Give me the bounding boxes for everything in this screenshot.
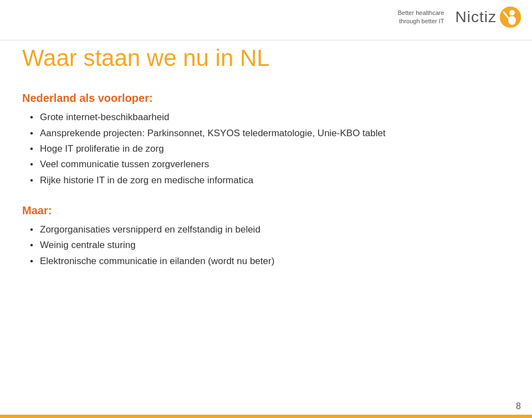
header-divider xyxy=(0,40,532,40)
list-item: Elektronische communicatie in eilanden (… xyxy=(28,254,510,269)
header-tagline: Better healthcare through better IT xyxy=(398,9,444,26)
section1: Nederland als voorloper: Grote internet-… xyxy=(22,92,510,188)
header: Better healthcare through better IT Nict… xyxy=(387,0,532,34)
maar-bullet-list: Zorgorganisaties versnipperd en zelfstan… xyxy=(22,223,510,269)
section1-heading: Nederland als voorloper: xyxy=(22,92,510,105)
list-item: Veel communicatie tussen zorgverleners xyxy=(28,157,510,172)
maar-section: Maar: Zorgorganisaties versnipperd en ze… xyxy=(22,204,510,269)
tagline-line2: through better IT xyxy=(399,18,444,24)
logo-svg xyxy=(500,7,521,28)
list-item: Grote internet-beschikbaarheid xyxy=(28,110,510,125)
list-item: Rijke historie IT in de zorg en medische… xyxy=(28,173,510,188)
main-content: Waar staan we nu in NL Nederland als voo… xyxy=(22,44,510,396)
bottom-bar xyxy=(0,415,532,418)
list-item: Weinig centrale sturing xyxy=(28,238,510,252)
svg-point-2 xyxy=(508,16,516,25)
svg-point-1 xyxy=(509,10,515,16)
list-item: Aansprekende projecten: Parkinsonnet, KS… xyxy=(28,126,510,141)
section1-bullet-list: Grote internet-beschikbaarheid Aanspreke… xyxy=(22,110,510,188)
maar-heading: Maar: xyxy=(22,204,510,217)
logo-text: Nictiz xyxy=(456,8,497,26)
list-item: Hoge IT proliferatie in de zorg xyxy=(28,142,510,156)
tagline-line1: Better healthcare xyxy=(398,9,444,16)
logo-area: Nictiz xyxy=(456,7,521,28)
logo-icon xyxy=(500,7,521,28)
list-item: Zorgorganisaties versnipperd en zelfstan… xyxy=(28,223,510,237)
page-number: 8 xyxy=(516,401,521,411)
page-title: Waar staan we nu in NL xyxy=(22,44,510,72)
